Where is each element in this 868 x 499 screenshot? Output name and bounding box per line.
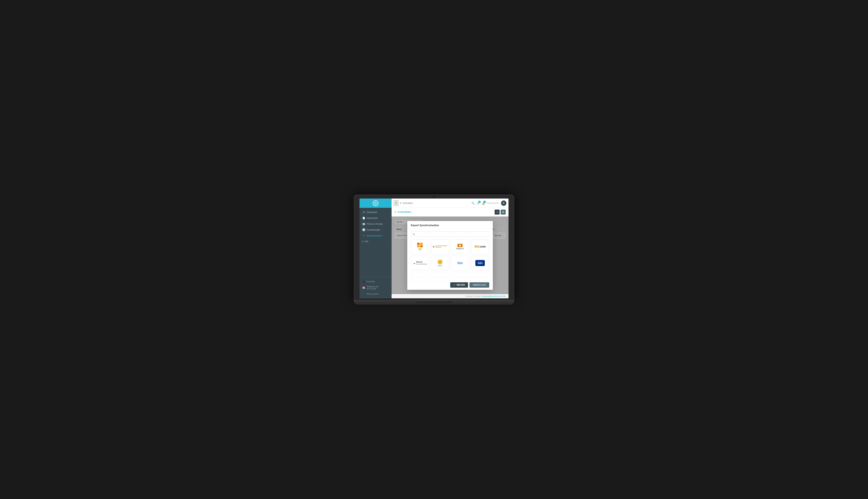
bb-text: BUCHALTUNGS BUTLER — [436, 245, 447, 248]
partial-cards-row — [411, 272, 489, 278]
modal-dialog: Export Synchronisation 🔍 — [407, 221, 493, 290]
s3-box-4 — [420, 245, 423, 247]
modal-title: Export Synchronisation — [411, 224, 439, 227]
partial-card-3 — [451, 272, 469, 278]
sidebar-item-synchronisieren[interactable]: ↻ Synchronisieren — [359, 233, 392, 239]
search-button[interactable]: 🔍 — [472, 202, 475, 205]
modal-search-icon: 🔍 — [413, 233, 415, 235]
alert-badge: 0 — [484, 201, 486, 203]
laptop-frame: ⏻ ⊞ Dashboard 📄 Dokumente 🏢 — [354, 195, 514, 304]
header-actions: + ⚙ — [494, 210, 506, 215]
sidebar: ⏻ ⊞ Dashboard 📄 Dokumente 🏢 — [359, 198, 392, 298]
top-header: ☰ ⬆ DOKUMEN... 🔍 🛒 10 🔔 — [392, 198, 509, 208]
abbrechen-button[interactable]: ABBRECHEN — [469, 282, 489, 288]
add-button[interactable]: + — [494, 210, 500, 215]
breadcrumb: ⬆ DOKUMEN... — [400, 202, 470, 204]
1and1-logo: 1&1 — [475, 260, 485, 266]
integration-card-billomat[interactable]: ☁ Billomat die e-Buchhaltung — [411, 256, 429, 270]
sidebar-label-auswertungen: Auswertungen — [367, 229, 380, 231]
cart-badge: 10 — [478, 201, 481, 203]
auswertungen-icon: 📊 — [362, 229, 365, 231]
scan-label: Scan App — [366, 280, 375, 282]
modal-overlay: Export Synchronisation 🔍 — [392, 217, 509, 294]
s3-text: S3 — [418, 248, 421, 251]
user-avatar[interactable]: R — [501, 200, 506, 206]
s3-boxes — [417, 243, 423, 247]
integration-card-billcom[interactable]: Bill.com — [471, 239, 489, 254]
sidebar-item-auswertungen[interactable]: 📊 Auswertungen — [359, 227, 392, 233]
partial-card-2 — [431, 272, 449, 278]
modal-body: 🔍 — [407, 229, 493, 280]
page-header: ↻ SYNCHRONI... + ⚙ — [392, 208, 509, 217]
sidebar-bottom-scan[interactable]: 📱 Scan App — [359, 279, 392, 284]
partial-card-4 — [471, 272, 489, 278]
integration-card-buchhaltungsbutler[interactable]: ▶| BUCHALTUNGS BUTLER — [431, 239, 449, 254]
partial-card-1 — [411, 272, 429, 278]
billy-logo: 😊 billy® — [438, 259, 442, 267]
s3-box-2 — [420, 243, 423, 245]
search-wrapper: 🔍 — [411, 231, 489, 237]
integration-card-s3[interactable]: S3 — [411, 239, 429, 254]
firmen-icon: 🏢 — [362, 222, 365, 225]
integration-card-1and1[interactable]: 1&1 — [471, 256, 489, 270]
modal-search-input[interactable] — [411, 231, 489, 237]
weiter-label: WEITER — [457, 284, 465, 286]
footer-text: Zentrales Postfach: — [466, 295, 481, 297]
sidebar-item-dokumente[interactable]: 📄 Dokumente — [359, 215, 392, 221]
bilagscan-logo: 📄 bilagscan — [456, 244, 464, 250]
dashboard-icon: ⊞ — [362, 211, 365, 214]
main-content: ☰ ⬆ DOKUMEN... 🔍 🛒 10 🔔 — [392, 198, 509, 298]
sidebar-item-dashboard[interactable]: ⊞ Dashboard — [359, 209, 392, 215]
header-right: 🔍 🛒 10 🔔 0 Rxxxxx Rxxxxx R — [472, 200, 506, 206]
notification-button[interactable]: 🔔 0 — [482, 202, 485, 205]
sidebar-bottom-demo[interactable]: 📞 Demo buchen — [359, 291, 392, 296]
sidebar-bottom-testphase[interactable]: 📅 Testphase bis 28.02.2020 — [359, 284, 392, 291]
bb-logo: ▶| BUCHALTUNGS BUTLER — [433, 245, 447, 248]
screen-bezel: ⏻ ⊞ Dashboard 📄 Dokumente 🏢 — [354, 195, 514, 301]
bb-arrow: ▶| — [433, 245, 436, 248]
calendar-icon: 📅 — [362, 287, 365, 289]
upload-icon: ⬆ — [400, 202, 402, 204]
sidebar-label-info: Info — [365, 240, 368, 243]
billomat-logo: ☁ Billomat die e-Buchhaltung — [413, 261, 427, 265]
billcom-logo: Bill.com — [475, 245, 486, 248]
s3-logo: S3 — [417, 243, 423, 251]
sidebar-label-dokumente: Dokumente — [367, 217, 378, 219]
sidebar-item-firmen[interactable]: 🏢 Firmen & Portale — [359, 221, 392, 227]
app-container: ⏻ ⊞ Dashboard 📄 Dokumente 🏢 — [359, 198, 509, 298]
testphase-label: Testphase bis 28.02.2020 — [366, 285, 389, 290]
integration-card-bilagscan[interactable]: 📄 bilagscan — [451, 239, 469, 254]
checkmark-icon: ✓ — [453, 284, 455, 286]
sync-icon: ↻ — [362, 234, 365, 237]
billy-text: billy® — [438, 265, 442, 267]
sidebar-nav: ⊞ Dashboard 📄 Dokumente 🏢 Firmen & Porta… — [359, 208, 392, 277]
cart-button[interactable]: 🛒 10 — [477, 202, 480, 205]
integration-card-box[interactable]: box — [451, 256, 469, 270]
modal-search: 🔍 — [411, 231, 489, 237]
camera-notch — [433, 196, 435, 197]
integration-grid: S3 ▶| BUCHALTUNG — [411, 239, 489, 270]
box-logo: box — [457, 261, 463, 265]
page-title-section: ↻ SYNCHRONI... — [394, 211, 412, 214]
modal-header: Export Synchronisation — [407, 221, 493, 229]
footer-bar: Zentrales Postfach: dvelopag2@getmyinvoi… — [392, 294, 509, 298]
app-logo-icon: ⏻ — [373, 200, 378, 206]
weiter-button[interactable]: ✓ WEITER — [450, 282, 468, 288]
page-title: SYNCHRONI... — [398, 211, 412, 213]
sidebar-item-info[interactable]: ℹ Info › — [359, 239, 392, 244]
breadcrumb-text: DOKUMEN... — [403, 202, 414, 204]
settings-button[interactable]: ⚙ — [501, 210, 506, 215]
sidebar-bottom: 📱 Scan App 📅 Testphase bis 28.02.2020 📞 … — [359, 277, 392, 298]
sidebar-logo[interactable]: ⏻ — [359, 198, 392, 208]
integration-card-billy[interactable]: 😊 billy® — [431, 256, 449, 270]
cloud-icon: ☁ — [413, 261, 415, 265]
demo-label: Demo buchen — [366, 293, 379, 295]
content-area: Name Status Aktionen ⋮ Zeige 0 bis 0 von… — [392, 217, 509, 294]
hamburger-button[interactable]: ☰ — [394, 200, 398, 206]
screen: ⏻ ⊞ Dashboard 📄 Dokumente 🏢 — [359, 198, 509, 298]
footer-email: dvelopag2@getmyinvoices.net — [481, 295, 506, 297]
laptop-vent — [416, 302, 452, 303]
info-icon: ℹ — [362, 240, 363, 243]
page-sync-icon: ↻ — [394, 211, 396, 214]
sidebar-label-sync: Synchronisieren — [367, 234, 382, 237]
